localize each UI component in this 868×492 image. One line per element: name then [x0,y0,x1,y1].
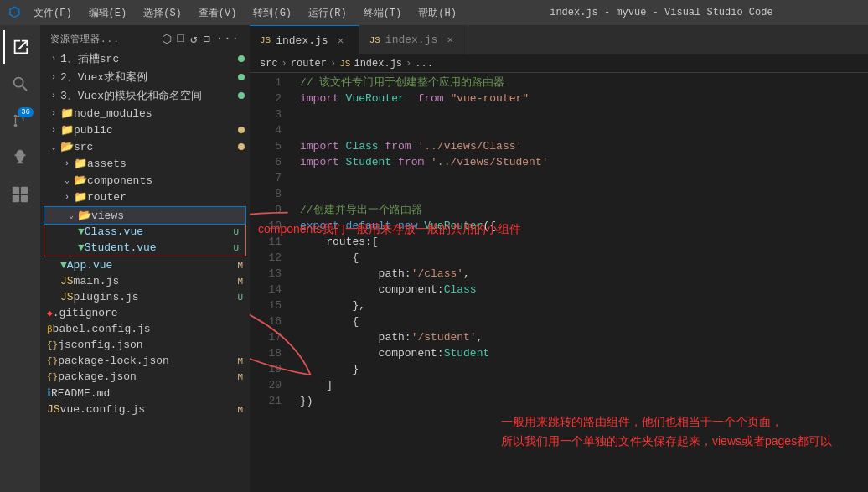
components-label: components [87,174,250,187]
line-num-11: 11 [250,234,282,250]
token-plain: ] [300,377,333,393]
token-plain [444,91,451,106]
line-num-10: 10 [250,218,282,234]
sidebar-item-packagelockjson[interactable]: {} package-lock.json M [40,353,250,369]
sidebar-item-src[interactable]: ⌄ 📂 src [40,138,250,155]
gitignore-icon: ◆ [47,308,53,319]
tab-close-active[interactable]: ✕ [333,33,349,48]
classvue-badge: U [233,227,239,237]
mainjs-badge: M [237,277,243,287]
menu-terminal[interactable]: 终端(T) [357,4,409,22]
sidebar-item-readme[interactable]: ℹ README.md [40,385,250,401]
git-badge: 36 [18,107,34,117]
token-class: VueRouter [424,218,483,234]
breadcrumb-sep3: › [406,58,411,70]
code-line-20: ] [300,377,868,393]
token-class: Student [346,154,392,170]
token-plain: component: [300,282,444,298]
pluginsjs-label: plugins.js [74,291,238,303]
nodemodules-label: node_modules [74,107,250,120]
tab-indexjs-inactive[interactable]: JS index.js ✕ [359,25,469,54]
sidebar-item-vueconfigjs[interactable]: JS vue.config.js M [40,401,250,417]
token-class: VueRouter [346,91,405,106]
token-import: import [300,91,346,106]
token-plain: ({ [483,218,496,234]
more-icon[interactable]: ··· [216,32,240,46]
code-line-5: import Class from '../views/Class' [300,138,868,154]
tab-js-icon: JS [260,35,271,45]
section3-label: 3、Vuex的模块化和命名空间 [60,88,238,103]
sidebar-item-babelconfig[interactable]: β babel.config.js [40,321,250,337]
sidebar-item-classvue[interactable]: ▼ Class.vue U [44,224,245,240]
section1-arrow: › [47,54,60,64]
token-plain: path: [300,266,411,282]
svg-rect-8 [13,195,19,202]
nodemodules-icon: 📁 [60,106,74,120]
new-folder-icon[interactable]: □ [178,32,185,46]
sidebar-item-appvue[interactable]: ▼ App.vue M [40,257,250,273]
studentvue-label: Student.vue [85,241,234,254]
sidebar-item-packagejson[interactable]: {} package.json M [40,369,250,385]
menu-edit[interactable]: 编辑(E) [82,4,134,22]
line-num-14: 14 [250,282,282,298]
vueconfigjs-icon: JS [47,403,60,416]
activity-search[interactable] [3,67,37,101]
mainjs-icon: JS [60,275,74,287]
token-plain [379,138,385,154]
classvue-icon: ▼ [78,225,85,238]
menu-bar: 文件(F) 编辑(E) 选择(S) 查看(V) 转到(G) 运行(R) 终端(T… [27,4,463,22]
studentvue-icon: ▼ [78,241,85,254]
sidebar-item-components[interactable]: ⌄ 📂 components [40,172,250,189]
menu-view[interactable]: 查看(V) [192,4,244,22]
sidebar-item-gitignore[interactable]: ◆ .gitignore [40,305,250,321]
sidebar-item-views[interactable]: ⌄ 📂 views [44,207,245,224]
line-num-12: 12 [250,250,282,266]
sidebar-item-section1[interactable]: › 1、插槽src [40,49,250,68]
src-dot [238,143,245,150]
sidebar-item-section2[interactable]: › 2、Vuex求和案例 [40,68,250,86]
sidebar-item-nodemodules[interactable]: › 📁 node_modules [40,105,250,122]
menu-run[interactable]: 运行(R) [302,4,354,22]
tab-close-inactive[interactable]: ✕ [442,33,457,48]
tab-label-active: index.js [276,34,328,47]
menu-select[interactable]: 选择(S) [137,4,189,22]
vueconfigjs-label: vue.config.js [60,403,238,416]
menu-goto[interactable]: 转到(G) [246,4,298,22]
token-plain: component: [300,345,444,361]
activity-extensions[interactable] [3,178,37,211]
tab-indexjs-active[interactable]: JS index.js ✕ [250,25,359,54]
menu-file[interactable]: 文件(F) [27,4,79,22]
activity-git[interactable]: 36 [3,104,37,137]
refresh-icon[interactable]: ↺ [190,32,198,46]
studentvue-badge: U [233,243,239,253]
breadcrumb-src: src [260,58,278,70]
sidebar-item-public[interactable]: › 📁 public [40,122,250,138]
sidebar-item-section3[interactable]: › 3、Vuex的模块化和命名空间 [40,86,250,105]
section3-arrow: › [47,91,60,101]
line-num-7: 7 [250,170,282,186]
token-plain: } [300,361,359,377]
sidebar-item-assets[interactable]: › 📁 assets [40,155,250,172]
vscode-logo: ⬡ [8,4,20,21]
breadcrumb-sep1: › [282,58,287,70]
title-bar: ⬡ 文件(F) 编辑(E) 选择(S) 查看(V) 转到(G) 运行(R) 终端… [0,0,868,25]
activity-explorer[interactable] [3,30,37,64]
sidebar-item-mainjs[interactable]: JS main.js M [40,273,250,289]
line-num-1: 1 [250,75,282,91]
sidebar-item-pluginsjs[interactable]: JS plugins.js U [40,289,250,305]
sidebar-item-studentvue[interactable]: ▼ Student.vue U [44,240,245,256]
token-class: Class [444,282,477,298]
router-arrow: › [60,193,74,202]
line-num-21: 21 [250,393,282,409]
token-plain [411,138,418,154]
activity-debug[interactable] [3,141,37,174]
title-bar-left: ⬡ 文件(F) 编辑(E) 选择(S) 查看(V) 转到(G) 运行(R) 终端… [8,4,463,22]
token-keyword: export [300,218,346,234]
menu-help[interactable]: 帮助(H) [411,4,463,22]
new-file-icon[interactable]: ⬡ [162,32,173,46]
sidebar-item-router[interactable]: › 📁 router [40,189,250,205]
code-lines[interactable]: // 该文件专门用于创建整个应用的路由器import VueRouter fro… [290,73,868,492]
packagelockjson-icon: {} [47,356,58,366]
sidebar-item-jsconfigjson[interactable]: {} jsconfig.json [40,337,250,353]
collapse-icon[interactable]: ⊟ [203,32,210,46]
